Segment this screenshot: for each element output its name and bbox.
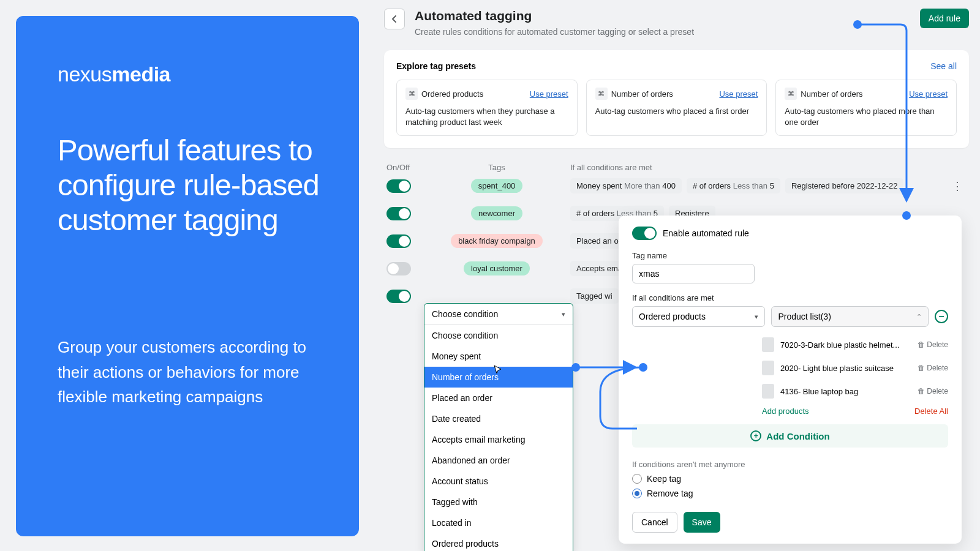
row-menu-button[interactable]: ⋮ bbox=[948, 179, 967, 193]
col-cond: If all conditions are met bbox=[546, 163, 967, 172]
page-title: Automated tagging bbox=[415, 9, 694, 23]
select-caret-icon: ▾ bbox=[755, 313, 758, 321]
col-tags: Tags bbox=[448, 163, 546, 172]
page-subtitle: Create rules conditions for automated cu… bbox=[415, 27, 694, 37]
rule-row: spent_400Money spent More than 400# of o… bbox=[384, 172, 969, 200]
delete-product-button[interactable]: 🗑Delete bbox=[918, 364, 948, 372]
product-name: 4136- Blue laptop bag bbox=[780, 387, 858, 396]
rules-table-header: On/Off Tags If all conditions are met bbox=[384, 163, 969, 172]
dropdown-option[interactable]: Ordered products bbox=[424, 533, 573, 551]
cursor-icon bbox=[493, 364, 504, 378]
fallback-label: If conditions aren't met anymore bbox=[632, 460, 948, 469]
dropdown-option[interactable]: Account status bbox=[424, 471, 573, 492]
brand-logo: nexusmedia bbox=[58, 62, 322, 86]
keep-tag-radio[interactable]: Keep tag bbox=[632, 474, 948, 484]
condition-chip: Registered before 2022-12-22 bbox=[785, 178, 903, 193]
promo-subcopy: Group your customers according to their … bbox=[58, 335, 322, 409]
see-all-link[interactable]: See all bbox=[930, 61, 957, 71]
delete-product-button[interactable]: 🗑Delete bbox=[918, 340, 948, 349]
dropdown-option[interactable]: Date created bbox=[424, 408, 573, 429]
preset-desc: Auto-tag customers who placed more than … bbox=[785, 106, 948, 128]
presets-title: Explore tag presets bbox=[396, 61, 476, 71]
rule-toggle[interactable] bbox=[386, 207, 411, 220]
product-thumb bbox=[762, 361, 774, 375]
promo-panel: nexusmedia Powerful features to configur… bbox=[16, 16, 359, 536]
tag-chip: loyal customer bbox=[464, 261, 530, 276]
condition-chip: Money spent More than 400 bbox=[570, 178, 682, 193]
dropdown-option[interactable]: Tagged with bbox=[424, 492, 573, 512]
trash-icon: 🗑 bbox=[918, 340, 925, 349]
delete-all-link[interactable]: Delete All bbox=[914, 407, 948, 416]
preset-card: ⌘Ordered productsUse presetAuto-tag cust… bbox=[396, 80, 578, 136]
remove-condition-button[interactable]: − bbox=[935, 310, 948, 323]
product-name: 2020- Light blue plastic suitcase bbox=[780, 364, 894, 373]
preset-name: Ordered products bbox=[421, 89, 526, 99]
dropdown-option[interactable]: Abandoned an order bbox=[424, 450, 573, 471]
use-preset-link[interactable]: Use preset bbox=[719, 89, 758, 99]
preset-icon: ⌘ bbox=[595, 88, 608, 100]
product-thumb bbox=[762, 384, 774, 399]
dropdown-option[interactable]: Money spent bbox=[424, 346, 573, 367]
topbar: Automated tagging Create rules condition… bbox=[384, 9, 969, 37]
delete-product-button[interactable]: 🗑Delete bbox=[918, 387, 948, 395]
add-condition-button[interactable]: + Add Condition bbox=[632, 424, 948, 448]
product-list-select[interactable]: Product list(3)⌃ bbox=[771, 306, 929, 327]
conditions-label: If all conditions are met bbox=[632, 293, 948, 302]
chevron-up-icon: ⌃ bbox=[916, 313, 922, 321]
trash-icon: 🗑 bbox=[918, 364, 925, 372]
dropdown-option[interactable]: Located in bbox=[424, 512, 573, 533]
dropdown-trigger[interactable]: Choose condition ▾ bbox=[424, 304, 573, 325]
title-block: Automated tagging Create rules condition… bbox=[415, 9, 694, 37]
preset-card: ⌘Number of ordersUse presetAuto-tag cust… bbox=[775, 80, 957, 136]
dropdown-option[interactable]: Choose condition bbox=[424, 325, 573, 346]
select-caret-icon: ▾ bbox=[562, 310, 565, 318]
enable-label: Enable automated rule bbox=[663, 228, 749, 238]
product-row: 4136- Blue laptop bag🗑Delete bbox=[762, 380, 948, 403]
save-button[interactable]: Save bbox=[684, 512, 720, 533]
add-rule-button[interactable]: Add rule bbox=[920, 9, 969, 28]
preset-icon: ⌘ bbox=[405, 88, 418, 100]
tag-name-label: Tag name bbox=[632, 251, 948, 260]
rule-editor-panel: Enable automated rule Tag name If all co… bbox=[619, 216, 962, 544]
promo-headline: Powerful features to configure rule-base… bbox=[58, 133, 322, 237]
tag-chip: spent_400 bbox=[471, 179, 523, 193]
preset-desc: Auto-tag customers who placed a first or… bbox=[595, 106, 758, 117]
cancel-button[interactable]: Cancel bbox=[632, 512, 677, 533]
col-onoff: On/Off bbox=[386, 163, 448, 172]
rule-toggle[interactable] bbox=[386, 179, 411, 193]
condition-chip: Tagged wi bbox=[570, 288, 619, 304]
product-row: 2020- Light blue plastic suitcase🗑Delete bbox=[762, 356, 948, 380]
rule-toggle[interactable] bbox=[386, 262, 411, 276]
presets-card: Explore tag presets See all ⌘Ordered pro… bbox=[384, 50, 969, 148]
add-products-link[interactable]: Add products bbox=[762, 407, 809, 416]
product-row: 7020-3-Dark blue plastic helmet...🗑Delet… bbox=[762, 333, 948, 356]
dropdown-option[interactable]: Placed an order bbox=[424, 388, 573, 408]
preset-icon: ⌘ bbox=[785, 88, 797, 100]
preset-name: Number of orders bbox=[801, 89, 905, 99]
preset-desc: Auto-tag customers when they purchase a … bbox=[405, 106, 568, 128]
product-thumb bbox=[762, 337, 774, 352]
arrow-left-icon bbox=[390, 14, 399, 24]
remove-tag-radio[interactable]: Remove tag bbox=[632, 489, 948, 498]
dropdown-option[interactable]: Accepts email marketing bbox=[424, 429, 573, 450]
condition-dropdown[interactable]: Choose condition ▾ Choose conditionMoney… bbox=[424, 303, 573, 551]
trash-icon: 🗑 bbox=[918, 387, 925, 395]
back-button[interactable] bbox=[384, 9, 405, 29]
rule-toggle[interactable] bbox=[386, 234, 411, 248]
condition-chip: # of orders Less than 5 bbox=[687, 178, 780, 193]
rule-toggle[interactable] bbox=[386, 290, 411, 303]
preset-card: ⌘Number of ordersUse presetAuto-tag cust… bbox=[586, 80, 767, 136]
condition-type-select[interactable]: Ordered products▾ bbox=[632, 306, 765, 327]
preset-name: Number of orders bbox=[611, 89, 716, 99]
use-preset-link[interactable]: Use preset bbox=[530, 89, 568, 99]
tag-name-input[interactable] bbox=[632, 264, 755, 283]
tag-chip: black friday compaign bbox=[451, 234, 543, 248]
tag-chip: newcomer bbox=[471, 206, 522, 220]
use-preset-link[interactable]: Use preset bbox=[909, 89, 948, 99]
product-name: 7020-3-Dark blue plastic helmet... bbox=[780, 340, 899, 350]
enable-toggle[interactable] bbox=[632, 227, 657, 240]
plus-circle-icon: + bbox=[750, 430, 761, 441]
